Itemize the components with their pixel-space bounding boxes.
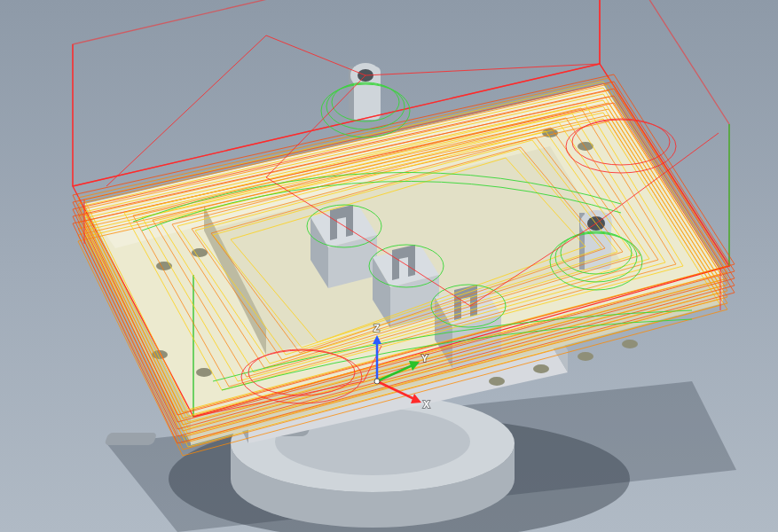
cam-3d-viewport[interactable]: Z X Y — [0, 0, 778, 532]
svg-rect-5 — [104, 433, 157, 445]
svg-point-25 — [196, 368, 212, 377]
svg-point-106 — [374, 379, 380, 384]
svg-point-14 — [156, 262, 172, 270]
eye-bolt-rear — [349, 63, 381, 120]
axis-label-x: X — [423, 399, 430, 410]
scene-canvas[interactable]: Z X Y — [0, 0, 778, 532]
svg-point-18 — [489, 377, 505, 386]
svg-point-20 — [578, 352, 593, 361]
svg-point-21 — [622, 340, 638, 348]
svg-point-15 — [192, 248, 208, 257]
axis-label-y: Y — [421, 353, 428, 364]
axis-label-z: Z — [373, 323, 380, 333]
svg-point-19 — [533, 364, 549, 373]
